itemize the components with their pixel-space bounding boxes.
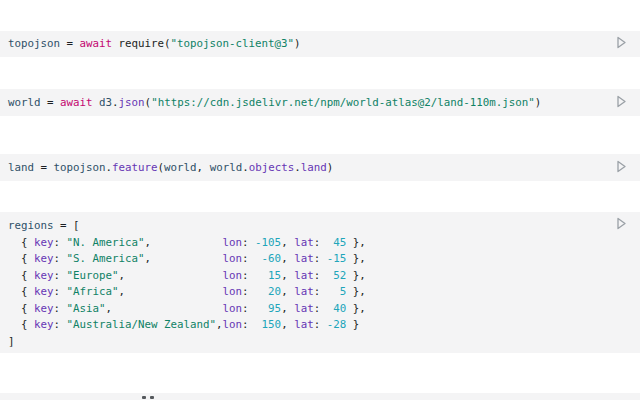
play-icon	[616, 95, 627, 111]
cell-output-topojson: topojson = ▸Object {bbox: ƒ(e), feature:…	[8, 10, 640, 27]
code-line: { key: "Europe", lon: 15, lat: 52 },	[0, 268, 640, 285]
code-line: { key: "Asia", lon: 95, lat: 40 },	[0, 301, 640, 318]
code-line: land = topojson.feature(world, world.obj…	[0, 159, 640, 176]
clipped-next-cell[interactable]	[0, 393, 640, 400]
code-line: regions = [	[0, 218, 640, 235]
play-icon	[616, 217, 627, 233]
code-line: { key: "Africa", lon: 20, lat: 5 },	[0, 284, 640, 301]
play-icon	[616, 36, 627, 52]
run-cell-button[interactable]	[615, 218, 628, 232]
notebook-page: topojson = ▸Object {bbox: ƒ(e), feature:…	[0, 0, 640, 400]
code-cell-topojson[interactable]: topojson = await require("topojson-clien…	[0, 31, 640, 57]
run-cell-button[interactable]	[615, 37, 628, 51]
code-line: topojson = await require("topojson-clien…	[0, 35, 640, 52]
clipped-code-fragment	[142, 396, 146, 399]
code-line: world = await d3.json("https://cdn.jsdel…	[0, 94, 640, 111]
play-icon	[616, 160, 627, 176]
code-line: ]	[0, 334, 640, 351]
code-line: { key: "S. America", lon: -60, lat: -15 …	[0, 251, 640, 268]
clipped-code-fragment	[150, 396, 154, 399]
run-cell-button[interactable]	[615, 161, 628, 175]
code-cell-land[interactable]: land = topojson.feature(world, world.obj…	[0, 154, 640, 181]
code-cell-regions[interactable]: regions = [ { key: "N. America", lon: -1…	[0, 212, 640, 353]
code-line: { key: "N. America", lon: -105, lat: 45 …	[0, 235, 640, 252]
code-line: { key: "Australia/New Zealand",lon: 150,…	[0, 317, 640, 334]
run-cell-button[interactable]	[615, 96, 628, 110]
code-cell-world[interactable]: world = await d3.json("https://cdn.jsdel…	[0, 89, 640, 116]
